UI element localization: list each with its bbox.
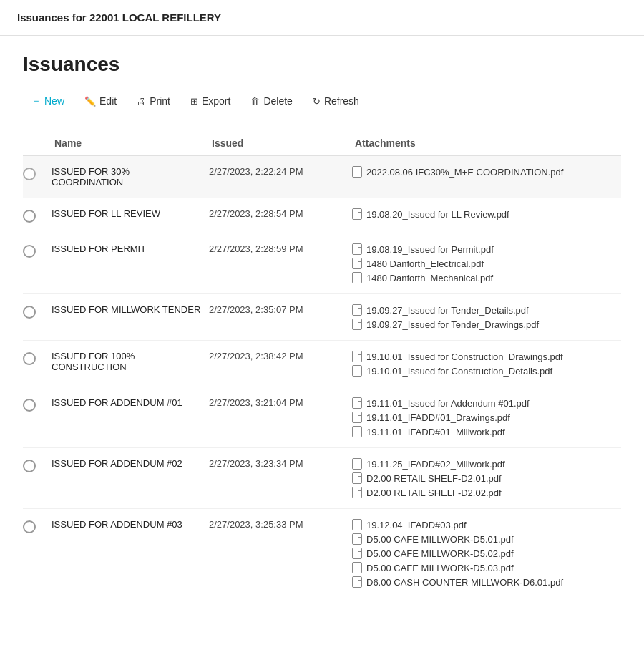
- row-name: ISSUED FOR 100% CONSTRUCTION: [52, 351, 209, 372]
- attachment-filename: 2022.08.06 IFC30%_M+E COORDINATION.pdf: [366, 167, 563, 178]
- row-select[interactable]: [23, 351, 52, 365]
- attachment-filename: 19.08.20_Issued for LL Review.pdf: [366, 209, 509, 220]
- attachment-item[interactable]: 19.08.19_Issued for Permit.pdf: [352, 243, 621, 255]
- file-icon: [352, 397, 362, 409]
- attachment-filename: D5.00 CAFE MILLWORK-D5.01.pdf: [366, 534, 514, 545]
- trash-icon: 🗑: [250, 96, 260, 107]
- row-attachments: 19.11.25_IFADD#02_Millwork.pdfD2.00 RETA…: [352, 458, 621, 498]
- table-row[interactable]: ISSUED FOR LL REVIEW2/27/2023, 2:28:54 P…: [23, 198, 621, 233]
- attachment-item[interactable]: 19.10.01_Issued for Construction_Details…: [352, 365, 621, 377]
- attachment-item[interactable]: 2022.08.06 IFC30%_M+E COORDINATION.pdf: [352, 166, 621, 178]
- attachment-item[interactable]: D5.00 CAFE MILLWORK-D5.03.pdf: [352, 562, 621, 573]
- header-attachments: Attachments: [352, 137, 621, 149]
- delete-button[interactable]: 🗑 Delete: [242, 91, 301, 111]
- radio-button[interactable]: [23, 245, 36, 258]
- file-icon: [352, 472, 362, 484]
- file-icon: [352, 258, 362, 269]
- row-name: ISSUED FOR 30% COORDINATION: [52, 166, 209, 188]
- edit-button[interactable]: ✏️ Edit: [76, 91, 125, 111]
- row-issued: 2/27/2023, 2:28:54 PM: [209, 208, 352, 219]
- table-row[interactable]: ISSUED FOR ADDENDUM #022/27/2023, 3:23:3…: [23, 448, 621, 509]
- attachment-item[interactable]: 19.11.01_IFADD#01_Millwork.pdf: [352, 426, 621, 437]
- radio-button[interactable]: [23, 399, 36, 412]
- file-icon: [352, 426, 362, 437]
- attachment-item[interactable]: 19.11.01_IFADD#01_Drawings.pdf: [352, 412, 621, 423]
- row-name: ISSUED FOR PERMIT: [52, 243, 209, 254]
- new-button[interactable]: ＋ New: [23, 90, 73, 112]
- refresh-button[interactable]: ↻ Refresh: [304, 91, 368, 111]
- table-row[interactable]: ISSUED FOR 100% CONSTRUCTION2/27/2023, 2…: [23, 341, 621, 387]
- row-issued: 2/27/2023, 3:25:33 PM: [209, 519, 352, 530]
- row-attachments: 19.12.04_IFADD#03.pdfD5.00 CAFE MILLWORK…: [352, 519, 621, 588]
- attachment-item[interactable]: 19.12.04_IFADD#03.pdf: [352, 519, 621, 530]
- attachment-filename: D2.00 RETAIL SHELF-D2.02.pdf: [366, 487, 502, 498]
- file-icon: [352, 208, 362, 220]
- attachment-item[interactable]: 19.11.01_Issued for Addendum #01.pdf: [352, 397, 621, 409]
- table-row[interactable]: ISSUED FOR ADDENDUM #012/27/2023, 3:21:0…: [23, 387, 621, 448]
- file-icon: [352, 243, 362, 255]
- file-icon: [352, 458, 362, 470]
- row-select[interactable]: [23, 208, 52, 223]
- table-row[interactable]: ISSUED FOR ADDENDUM #032/27/2023, 3:25:3…: [23, 509, 621, 598]
- row-attachments: 19.08.19_Issued for Permit.pdf1480 Danfo…: [352, 243, 621, 283]
- table-row[interactable]: ISSUED FOR 30% COORDINATION2/27/2023, 2:…: [23, 156, 621, 198]
- export-button[interactable]: ⊞ Export: [182, 91, 239, 111]
- attachment-item[interactable]: D2.00 RETAIL SHELF-D2.02.pdf: [352, 487, 621, 498]
- row-attachments: 19.08.20_Issued for LL Review.pdf: [352, 208, 621, 220]
- attachment-filename: D2.00 RETAIL SHELF-D2.01.pdf: [366, 473, 502, 484]
- file-icon: [352, 548, 362, 559]
- table-rows: ISSUED FOR 30% COORDINATION2/27/2023, 2:…: [23, 156, 621, 598]
- radio-button[interactable]: [23, 460, 36, 472]
- attachment-item[interactable]: 19.11.25_IFADD#02_Millwork.pdf: [352, 458, 621, 470]
- attachment-filename: 19.09.27_Issued for Tender_Details.pdf: [366, 305, 529, 316]
- table-row[interactable]: ISSUED FOR PERMIT2/27/2023, 2:28:59 PM19…: [23, 233, 621, 294]
- radio-button[interactable]: [23, 306, 36, 319]
- attachment-filename: 19.11.01_Issued for Addendum #01.pdf: [366, 398, 530, 409]
- row-select[interactable]: [23, 243, 52, 258]
- refresh-icon: ↻: [313, 96, 321, 107]
- attachment-filename: D5.00 CAFE MILLWORK-D5.03.pdf: [366, 563, 514, 573]
- radio-button[interactable]: [23, 168, 36, 180]
- attachment-filename: 19.11.01_IFADD#01_Drawings.pdf: [366, 412, 510, 423]
- file-icon: [352, 519, 362, 530]
- attachment-item[interactable]: 19.08.20_Issued for LL Review.pdf: [352, 208, 621, 220]
- row-name: ISSUED FOR ADDENDUM #02: [52, 458, 209, 469]
- row-select[interactable]: [23, 166, 52, 180]
- file-icon: [352, 304, 362, 316]
- attachment-item[interactable]: D6.00 CASH COUNTER MILLWORK-D6.01.pdf: [352, 576, 621, 588]
- attachment-item[interactable]: D5.00 CAFE MILLWORK-D5.01.pdf: [352, 533, 621, 545]
- attachment-item[interactable]: 1480 Danforth_Mechanical.pdf: [352, 272, 621, 283]
- row-select[interactable]: [23, 458, 52, 472]
- row-issued: 2/27/2023, 2:38:42 PM: [209, 351, 352, 362]
- radio-button[interactable]: [23, 520, 36, 533]
- header-name: Name: [52, 137, 209, 149]
- page-title: Issuances: [23, 53, 621, 76]
- attachment-filename: 19.10.01_Issued for Construction_Details…: [366, 366, 552, 377]
- row-issued: 2/27/2023, 2:28:59 PM: [209, 243, 352, 254]
- header-select: [23, 137, 52, 149]
- attachment-item[interactable]: 19.09.27_Issued for Tender_Drawings.pdf: [352, 319, 621, 330]
- file-icon: [352, 365, 362, 377]
- plus-icon: ＋: [31, 94, 41, 107]
- row-issued: 2/27/2023, 2:22:24 PM: [209, 166, 352, 177]
- row-select[interactable]: [23, 397, 52, 412]
- attachment-item[interactable]: 19.09.27_Issued for Tender_Details.pdf: [352, 304, 621, 316]
- attachment-item[interactable]: 19.10.01_Issued for Construction_Drawing…: [352, 351, 621, 362]
- print-icon: 🖨: [137, 96, 146, 107]
- radio-button[interactable]: [23, 352, 36, 365]
- row-attachments: 19.09.27_Issued for Tender_Details.pdf19…: [352, 304, 621, 330]
- print-button[interactable]: 🖨 Print: [128, 91, 179, 111]
- row-attachments: 19.11.01_Issued for Addendum #01.pdf19.1…: [352, 397, 621, 437]
- row-select[interactable]: [23, 519, 52, 533]
- attachment-item[interactable]: 1480 Danforth_Electrical.pdf: [352, 258, 621, 269]
- radio-button[interactable]: [23, 210, 36, 223]
- file-icon: [352, 576, 362, 588]
- export-icon: ⊞: [190, 96, 198, 107]
- attachment-filename: 19.11.25_IFADD#02_Millwork.pdf: [366, 459, 505, 470]
- attachment-item[interactable]: D5.00 CAFE MILLWORK-D5.02.pdf: [352, 548, 621, 559]
- issuances-table: Name Issued Attachments ISSUED FOR 30% C…: [23, 132, 621, 598]
- row-select[interactable]: [23, 304, 52, 319]
- table-row[interactable]: ISSUED FOR MILLWORK TENDER2/27/2023, 2:3…: [23, 294, 621, 341]
- file-icon: [352, 533, 362, 545]
- attachment-item[interactable]: D2.00 RETAIL SHELF-D2.01.pdf: [352, 472, 621, 484]
